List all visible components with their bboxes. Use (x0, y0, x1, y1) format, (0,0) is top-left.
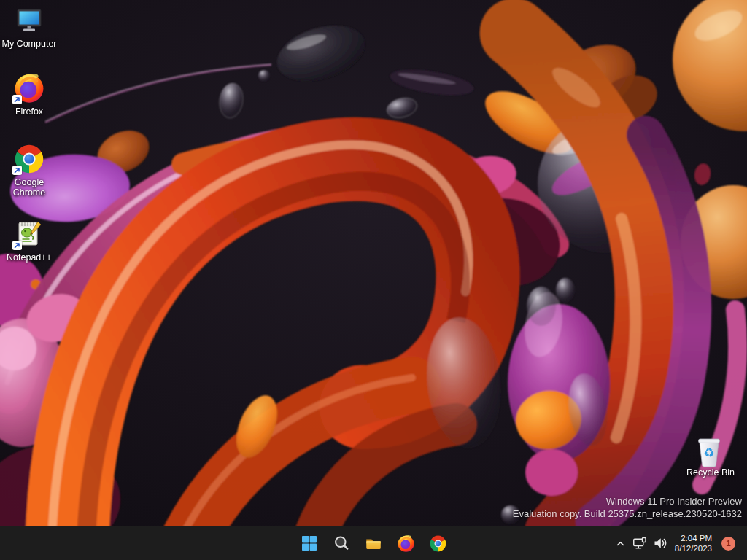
desktop-icon-label: My Computer (1, 39, 56, 49)
taskbar-center-buttons (295, 529, 452, 558)
desktop-wallpaper (0, 0, 747, 560)
volume-button[interactable] (650, 531, 670, 556)
desktop-icon-google-chrome[interactable]: Google Chrome (1, 143, 57, 198)
chrome-icon (13, 143, 45, 175)
svg-text:♻: ♻ (703, 446, 714, 460)
shortcut-arrow-icon (12, 241, 22, 250)
monitor-icon (13, 4, 45, 36)
chrome-taskbar-button[interactable] (423, 529, 452, 558)
desktop-icon-label: Recycle Bin (686, 467, 735, 478)
desktop-icon-label: Notepad++ (7, 252, 52, 262)
firefox-icon (397, 534, 415, 553)
shortcut-arrow-icon (12, 166, 22, 175)
notepadpp-icon (13, 218, 45, 250)
network-icon (632, 536, 647, 551)
desktop-icon-firefox[interactable]: Firefox (1, 72, 57, 117)
file-explorer-button[interactable] (359, 529, 388, 558)
windows-logo-icon (301, 534, 318, 552)
notification-badge[interactable]: 1 (721, 537, 735, 551)
search-button[interactable] (327, 529, 356, 558)
search-icon (333, 534, 350, 552)
clock-time: 2:04 PM (675, 533, 712, 543)
folder-icon (364, 534, 383, 553)
taskbar-clock[interactable]: 2:04 PM 8/12/2023 (670, 533, 716, 553)
desktop-icon-notepad-plus-plus[interactable]: Notepad++ (1, 218, 57, 262)
desktop-icon-my-computer[interactable]: My Computer (1, 4, 57, 49)
shortcut-arrow-icon (12, 95, 22, 104)
start-button[interactable] (295, 529, 324, 558)
volume-icon (653, 536, 667, 551)
clock-date: 8/12/2023 (675, 543, 712, 553)
system-tray: 2:04 PM 8/12/2023 1 (611, 526, 735, 560)
network-button[interactable] (630, 531, 650, 556)
chevron-up-icon (614, 537, 627, 550)
taskbar: 2:04 PM 8/12/2023 1 (0, 526, 747, 560)
evaluation-watermark: Windows 11 Pro Insider Preview Evaluatio… (513, 496, 742, 520)
desktop-icon-label: Google Chrome (1, 177, 57, 198)
tray-overflow-button[interactable] (611, 531, 630, 556)
desktop-icon-label: Firefox (15, 106, 43, 117)
watermark-line2: Evaluation copy. Build 25375.zn_release.… (513, 508, 742, 521)
firefox-taskbar-button[interactable] (391, 529, 420, 558)
firefox-icon (13, 72, 45, 104)
recycle-bin-icon: ♻ (694, 433, 727, 465)
watermark-line1: Windows 11 Pro Insider Preview (513, 496, 742, 508)
desktop-icon-recycle-bin[interactable]: ♻ Recycle Bin (683, 433, 738, 478)
windows-desktop: My Computer Firefox (0, 0, 747, 560)
chrome-icon (429, 534, 447, 553)
